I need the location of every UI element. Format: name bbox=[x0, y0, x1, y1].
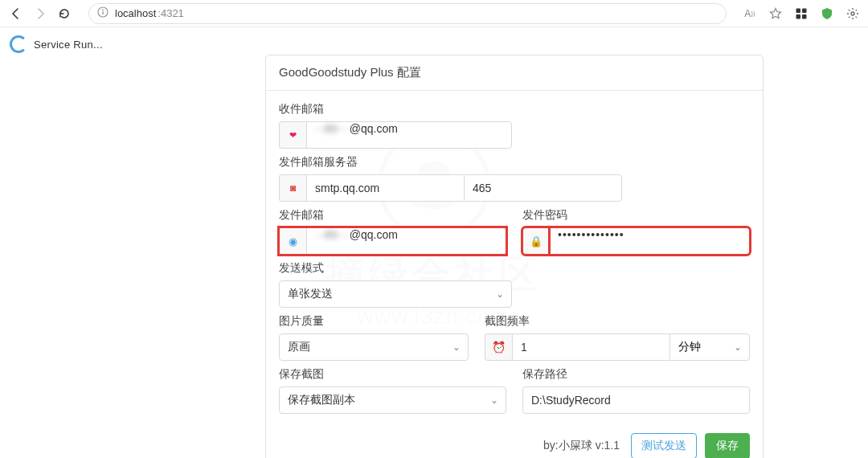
heart-icon: ❤ bbox=[279, 121, 306, 149]
quality-label: 图片质量 bbox=[279, 314, 469, 329]
svg-rect-2 bbox=[102, 11, 103, 14]
favorite-icon[interactable] bbox=[768, 6, 783, 21]
collections-icon[interactable] bbox=[794, 6, 809, 21]
sender-input-group: ◉ ···89····@qq.com bbox=[279, 227, 506, 255]
forward-button[interactable] bbox=[32, 6, 48, 22]
frequency-input[interactable] bbox=[512, 333, 669, 361]
sender-input[interactable]: ···89····@qq.com bbox=[306, 227, 506, 255]
camera-icon: ◉ bbox=[279, 227, 306, 255]
svg-rect-3 bbox=[796, 8, 801, 13]
smtp-host-input[interactable] bbox=[306, 174, 464, 202]
url-host: localhost bbox=[115, 7, 156, 19]
frequency-unit-select[interactable]: 分钟 bbox=[669, 333, 750, 361]
tab-title: Service Run... bbox=[34, 39, 103, 51]
svg-rect-4 bbox=[802, 8, 807, 13]
svg-point-1 bbox=[102, 9, 104, 10]
clock-icon: ⏰ bbox=[485, 333, 512, 361]
lock-icon: 🔒 bbox=[522, 227, 550, 255]
browser-toolbar: localhost:4321 A)) bbox=[0, 0, 868, 27]
card-title: GoodGoodstudy Plus 配置 bbox=[266, 55, 763, 91]
loading-spinner-icon bbox=[10, 35, 27, 53]
path-input[interactable] bbox=[522, 386, 750, 414]
page-tab[interactable]: Service Run... bbox=[10, 35, 103, 53]
recipient-label: 收件邮箱 bbox=[279, 102, 750, 117]
server-icon: ◙ bbox=[279, 174, 306, 202]
address-bar[interactable]: localhost:4321 bbox=[88, 3, 727, 24]
keep-select[interactable]: 保存截图副本 bbox=[279, 386, 506, 414]
sender-label: 发件邮箱 bbox=[279, 208, 506, 223]
quality-select[interactable]: 原画 bbox=[279, 333, 469, 361]
smtp-port-input[interactable] bbox=[464, 174, 622, 202]
mode-select[interactable]: 单张发送 bbox=[279, 280, 512, 308]
path-label: 保存路径 bbox=[522, 367, 750, 382]
mode-label: 发送模式 bbox=[279, 261, 750, 276]
recipient-input[interactable]: ···89····@qq.com bbox=[306, 121, 512, 149]
password-input-group: 🔒 •••••••••••••• bbox=[522, 227, 750, 255]
keep-label: 保存截图 bbox=[279, 367, 506, 382]
shield-icon[interactable] bbox=[820, 6, 834, 21]
password-label: 发件密码 bbox=[522, 208, 750, 223]
test-send-button[interactable]: 测试发送 bbox=[631, 433, 697, 458]
read-aloud-icon[interactable]: A)) bbox=[743, 6, 757, 21]
svg-rect-5 bbox=[796, 14, 801, 19]
smtp-input-group: ◙ bbox=[279, 174, 512, 202]
mode-select-wrap: 单张发送 ⌄ bbox=[279, 280, 512, 308]
svg-point-7 bbox=[851, 12, 854, 15]
smtp-label: 发件邮箱服务器 bbox=[279, 155, 750, 170]
recipient-input-group: ❤ ···89····@qq.com bbox=[279, 121, 512, 149]
back-button[interactable] bbox=[8, 6, 24, 22]
url-port: :4321 bbox=[158, 7, 184, 19]
refresh-button[interactable] bbox=[56, 6, 72, 22]
svg-rect-6 bbox=[802, 14, 807, 19]
frequency-label: 截图频率 bbox=[485, 314, 750, 329]
password-input[interactable]: •••••••••••••• bbox=[550, 227, 750, 255]
save-button[interactable]: 保存 bbox=[705, 433, 750, 458]
credit-text: by:小屎球 v:1.1 bbox=[543, 439, 620, 453]
info-icon bbox=[97, 6, 108, 20]
config-card: GoodGoodstudy Plus 配置 收件邮箱 ❤ ···89····@q… bbox=[265, 55, 764, 458]
settings-icon[interactable] bbox=[845, 6, 860, 21]
